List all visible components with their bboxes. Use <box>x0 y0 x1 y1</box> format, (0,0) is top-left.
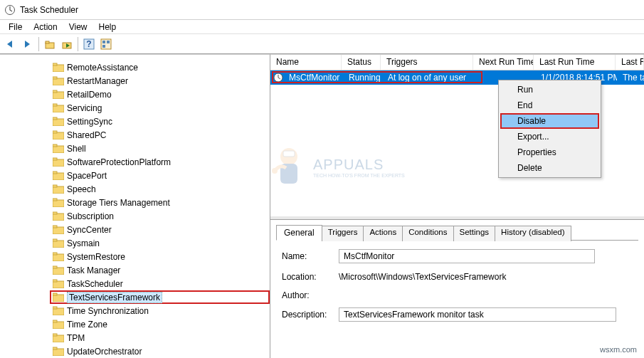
tree-item-remoteassistance[interactable]: RemoteAssistance <box>50 60 270 74</box>
tree-item-shell[interactable]: Shell <box>50 142 270 155</box>
tree-item-spaceport[interactable]: SpacePort <box>50 169 270 182</box>
svg-rect-41 <box>53 266 57 268</box>
tree-item-task-manager[interactable]: Task Manager <box>50 263 270 277</box>
cell-triggers: At log on of any user <box>382 73 475 83</box>
col-triggers[interactable]: Triggers <box>381 55 473 70</box>
ctx-properties[interactable]: Properties <box>500 144 599 160</box>
tree-item-settingsync[interactable]: SettingSync <box>50 115 270 128</box>
folder-icon <box>53 211 64 221</box>
tab-settings[interactable]: Settings <box>453 226 496 241</box>
tree-item-systemrestore[interactable]: SystemRestore <box>50 250 270 263</box>
folder-icon <box>53 171 64 180</box>
tree-item-label: Time Zone <box>67 320 107 330</box>
tree-item-tpm[interactable]: TPM <box>50 331 270 344</box>
ctx-run[interactable]: Run <box>500 82 599 98</box>
folder-icon <box>53 144 64 153</box>
folder-icon <box>53 265 64 275</box>
folder-icon <box>53 103 64 112</box>
tree-item-time-zone[interactable]: Time Zone <box>50 317 270 331</box>
details-pane: General Triggers Actions Conditions Sett… <box>270 219 644 358</box>
col-last[interactable]: Last Run Time <box>534 55 616 70</box>
svg-rect-51 <box>53 334 57 336</box>
folder-icon <box>53 198 64 207</box>
tree-item-label: Sysmain <box>67 238 100 248</box>
name-label: Name: <box>282 251 339 261</box>
ctx-delete[interactable]: Delete <box>500 160 599 176</box>
tree-item-subscription[interactable]: Subscription <box>50 209 270 223</box>
svg-text:?: ? <box>86 39 91 49</box>
tree-item-label: TaskScheduler <box>67 279 123 289</box>
col-status[interactable]: Status <box>342 55 381 70</box>
tree-item-label: SyncCenter <box>67 225 112 235</box>
column-headers: Name Status Triggers Next Run Time Last … <box>270 55 644 70</box>
menu-file[interactable]: File <box>3 21 28 33</box>
svg-rect-21 <box>53 131 57 133</box>
menu-help[interactable]: Help <box>93 21 122 33</box>
svg-rect-7 <box>102 41 105 43</box>
folder-icon <box>53 279 64 288</box>
tab-conditions[interactable]: Conditions <box>402 226 453 241</box>
tree-item-label: Subscription <box>67 211 114 221</box>
tree-pane[interactable]: RemoteAssistanceRestartManagerRetailDemo… <box>0 54 270 358</box>
tree: RemoteAssistanceRestartManagerRetailDemo… <box>0 56 270 358</box>
tree-item-taskscheduler[interactable]: TaskScheduler <box>50 277 270 290</box>
folder-icon <box>53 63 64 72</box>
location-value: \Microsoft\Windows\TextServicesFramework <box>339 270 595 283</box>
tree-item-storage-tiers-management[interactable]: Storage Tiers Management <box>50 196 270 209</box>
back-button[interactable] <box>3 36 19 52</box>
ctx-end[interactable]: End <box>500 98 599 113</box>
location-label: Location: <box>282 272 339 282</box>
name-value: MsCtfMonitor <box>339 249 595 263</box>
tree-item-sysmain[interactable]: Sysmain <box>50 236 270 250</box>
up-button[interactable] <box>42 36 58 52</box>
tab-general[interactable]: General <box>276 225 322 241</box>
description-value: TextServicesFramework monitor task <box>339 307 616 322</box>
forward-button[interactable] <box>20 36 36 52</box>
svg-rect-53 <box>53 347 57 349</box>
ctx-disable[interactable]: Disable <box>500 113 599 129</box>
tree-item-softwareprotectionplatform[interactable]: SoftwareProtectionPlatform <box>50 155 270 169</box>
folder-icon <box>53 90 64 99</box>
tree-item-synccenter[interactable]: SyncCenter <box>50 223 270 236</box>
col-lastr[interactable]: Last R <box>616 55 644 70</box>
tree-item-label: TextServicesFramework <box>67 292 162 303</box>
tree-item-label: UpdateOrchestrator <box>67 347 142 357</box>
tree-item-label: RetailDemo <box>67 90 112 100</box>
svg-rect-17 <box>53 104 57 106</box>
title-bar: Task Scheduler <box>0 0 644 20</box>
tab-triggers[interactable]: Triggers <box>322 226 364 241</box>
tree-item-label: Task Manager <box>67 265 120 275</box>
col-next[interactable]: Next Run Time <box>473 55 534 70</box>
svg-rect-37 <box>53 239 57 241</box>
folder-icon <box>53 225 64 234</box>
cell-name: MsCtfMonitor <box>283 73 343 83</box>
toolbar-separator <box>38 37 39 51</box>
tree-item-sharedpc[interactable]: SharedPC <box>50 128 270 142</box>
svg-rect-2 <box>46 41 49 43</box>
ctx-export[interactable]: Export... <box>500 129 599 144</box>
tree-item-restartmanager[interactable]: RestartManager <box>50 74 270 88</box>
tab-actions[interactable]: Actions <box>363 226 403 241</box>
menu-action[interactable]: Action <box>28 21 63 33</box>
folder-icon <box>53 76 64 85</box>
properties-button[interactable] <box>98 36 114 52</box>
tree-item-time-synchronization[interactable]: Time Synchronization <box>50 304 270 317</box>
tree-item-updateorchestrator[interactable]: UpdateOrchestrator <box>50 344 270 358</box>
run-button[interactable] <box>59 36 75 52</box>
tree-item-speech[interactable]: Speech <box>50 182 270 196</box>
tree-item-retaildemo[interactable]: RetailDemo <box>50 88 270 101</box>
tree-item-textservicesframework[interactable]: TextServicesFramework <box>50 290 270 304</box>
menu-view[interactable]: View <box>63 21 93 33</box>
col-name[interactable]: Name <box>270 55 342 70</box>
svg-rect-27 <box>53 172 57 174</box>
tree-item-label: RestartManager <box>67 76 128 86</box>
help-button[interactable]: ? <box>81 36 97 52</box>
tree-item-servicing[interactable]: Servicing <box>50 101 270 115</box>
tree-item-label: Servicing <box>67 103 102 113</box>
task-icon <box>273 73 283 83</box>
svg-rect-35 <box>53 226 57 228</box>
folder-icon <box>53 157 64 167</box>
tree-item-label: Time Synchronization <box>67 306 149 316</box>
folder-icon <box>53 347 64 356</box>
tab-history[interactable]: History (disabled) <box>495 226 571 241</box>
